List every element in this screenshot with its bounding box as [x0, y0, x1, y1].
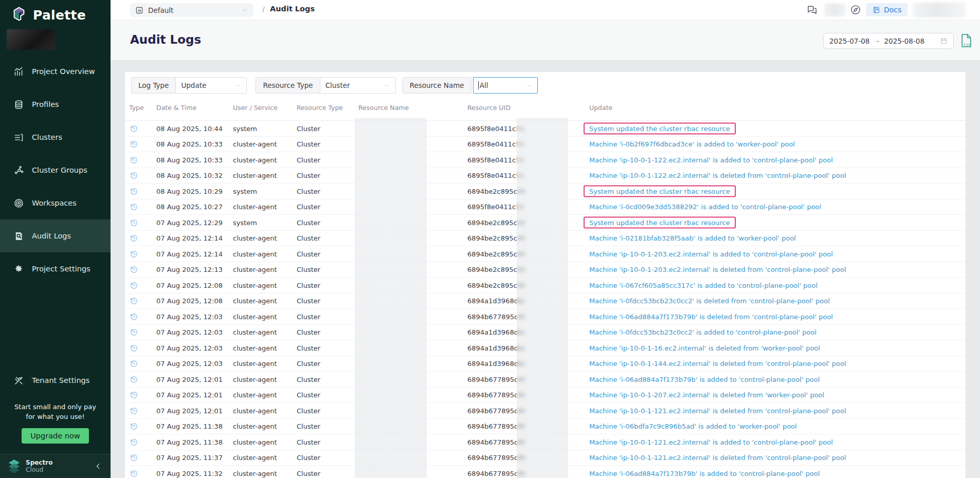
- cell-datetime: 07 Aug 2025, 11:32: [156, 469, 223, 477]
- history-icon[interactable]: [130, 328, 138, 337]
- filter-resource-name-value: All: [480, 81, 488, 89]
- sidebar-tenant-section: Tenant Settings: [0, 364, 111, 397]
- update-link[interactable]: Machine 'i-0fdcc53bcb23c0cc2' is added t…: [589, 328, 816, 336]
- update-link[interactable]: Machine 'ip-10-0-1-122.ec2.internal' is …: [589, 172, 846, 179]
- update-link[interactable]: Machine 'ip-10-0-1-207.ec2.internal' is …: [589, 391, 824, 399]
- history-icon[interactable]: [130, 155, 138, 164]
- sidebar-item-overview[interactable]: Project Overview: [0, 55, 111, 88]
- project-selector-value: Default: [148, 6, 173, 14]
- filter-log-type-value: Update: [181, 81, 206, 89]
- update-link[interactable]: Machine 'i-06ad884a7f173b79b' is added t…: [589, 469, 820, 477]
- csv-download-icon[interactable]: [959, 33, 973, 48]
- update-link[interactable]: Machine 'ip-10-0-1-122.ec2.internal' is …: [589, 156, 833, 163]
- cell-resource-type: Cluster: [297, 140, 320, 148]
- cell-datetime: 07 Aug 2025, 12:01: [156, 391, 223, 399]
- update-link[interactable]: Machine 'i-06ad884a7f173b79b' is deleted…: [589, 312, 833, 320]
- cell-resource-type: Cluster: [297, 234, 320, 242]
- update-link[interactable]: Machine 'i-06ad884a7f173b79b' is added t…: [589, 375, 820, 383]
- update-link[interactable]: Machine 'ip-10-0-1-203.ec2.internal' is …: [589, 250, 833, 258]
- sidebar-item-clusters[interactable]: Clusters: [0, 121, 111, 154]
- calendar-icon: [940, 37, 948, 45]
- history-icon[interactable]: [130, 453, 138, 462]
- cell-update: Machine 'i-0b2f697f6dbcad3ce' is added t…: [589, 140, 795, 148]
- sidebar-item-cluster-groups[interactable]: Cluster Groups: [0, 154, 111, 187]
- table-header: TypeDate & TimeUser / ServiceResource Ty…: [125, 104, 966, 116]
- cell-update: Machine 'ip-10-0-1-16.ec2.internal' is d…: [589, 344, 820, 352]
- update-link[interactable]: System updated the cluster rbac resource: [584, 216, 736, 228]
- brand-logo[interactable]: Palette: [10, 6, 86, 24]
- history-icon[interactable]: [130, 422, 138, 431]
- history-icon[interactable]: [130, 469, 138, 477]
- update-link[interactable]: Machine 'i-0fdcc53bcb23c0cc2' is deleted…: [589, 297, 830, 305]
- update-link[interactable]: System updated the cluster rbac resource: [584, 185, 736, 197]
- cell-resource-type: Cluster: [297, 156, 320, 163]
- palette-logo-icon: [10, 6, 28, 24]
- history-icon[interactable]: [130, 281, 138, 289]
- project-selector[interactable]: Default: [130, 3, 253, 17]
- sidebar-item-tenant-settings[interactable]: Tenant Settings: [0, 364, 111, 397]
- chat-icon[interactable]: [806, 4, 819, 16]
- chevron-down-icon: [234, 82, 241, 89]
- history-icon[interactable]: [130, 375, 138, 383]
- history-icon[interactable]: [130, 171, 138, 180]
- sidebar-item-profiles[interactable]: Profiles: [0, 88, 111, 121]
- cell-datetime: 07 Aug 2025, 12:14: [156, 234, 223, 242]
- history-icon[interactable]: [130, 203, 138, 211]
- sidebar-item-project-settings[interactable]: Project Settings: [0, 252, 111, 285]
- cell-update: Machine 'ip-10-0-1-121.ec2.internal' is …: [589, 454, 846, 462]
- footer-brand-line2: Cloud: [26, 466, 52, 473]
- history-icon[interactable]: [130, 187, 138, 195]
- cell-user-service: cluster-agent: [233, 203, 277, 211]
- update-link[interactable]: Machine 'ip-10-0-1-144.ec2.internal' is …: [589, 360, 846, 367]
- history-icon[interactable]: [130, 297, 138, 305]
- cell-update: Machine 'ip-10-0-1-203.ec2.internal' is …: [589, 266, 846, 273]
- update-link[interactable]: Machine 'i-06bdfa7c9c896b5ad' is added t…: [589, 422, 797, 430]
- history-icon[interactable]: [130, 140, 138, 149]
- date-to-value[interactable]: 2025-08-08: [884, 37, 924, 45]
- update-link[interactable]: Machine 'ip-10-0-1-121.ec2.internal' is …: [589, 438, 833, 446]
- text-cursor: [478, 81, 479, 89]
- history-icon[interactable]: [130, 359, 138, 368]
- audit-logs-icon: [13, 231, 24, 242]
- date-range-picker[interactable]: 2025-07-08 → 2025-08-08: [823, 33, 954, 49]
- cell-resource-type: Cluster: [297, 250, 320, 258]
- update-link[interactable]: Machine 'ip-10-0-1-203.ec2.internal' is …: [589, 266, 846, 273]
- date-from-value[interactable]: 2025-07-08: [829, 37, 869, 45]
- sidebar-item-label: Audit Logs: [32, 232, 71, 240]
- history-icon[interactable]: [130, 391, 138, 399]
- cell-resource-type: Cluster: [297, 407, 320, 414]
- brand-name: Palette: [33, 8, 86, 23]
- update-link[interactable]: Machine 'i-02181bfab328f5aab' is added t…: [589, 234, 796, 242]
- history-icon[interactable]: [130, 218, 138, 227]
- filter-log-type-select[interactable]: Update: [176, 78, 246, 93]
- update-link[interactable]: Machine 'ip-10-0-1-121.ec2.internal' is …: [589, 454, 846, 462]
- filter-resource-name-select[interactable]: All: [473, 77, 538, 94]
- history-icon[interactable]: [130, 343, 138, 352]
- filter-resource-type-select[interactable]: Cluster: [320, 78, 395, 93]
- update-link[interactable]: Machine 'ip-10-0-1-121.ec2.internal' is …: [589, 407, 846, 414]
- history-icon[interactable]: [130, 406, 138, 415]
- collapse-sidebar-icon[interactable]: [94, 462, 102, 470]
- history-icon[interactable]: [130, 124, 138, 133]
- cell-update: Machine 'ip-10-0-1-122.ec2.internal' is …: [589, 172, 846, 179]
- update-link[interactable]: Machine 'i-067cf605a85cc317c' is added t…: [589, 281, 818, 289]
- sidebar-item-audit-logs[interactable]: Audit Logs: [0, 219, 111, 252]
- update-link[interactable]: System updated the cluster rbac resource: [584, 122, 736, 134]
- sidebar-item-workspaces[interactable]: Workspaces: [0, 187, 111, 219]
- history-icon[interactable]: [130, 437, 138, 446]
- history-icon[interactable]: [130, 249, 138, 258]
- update-link[interactable]: Machine 'i-0cd009e3dd5388292' is added t…: [589, 203, 821, 211]
- upgrade-now-button[interactable]: Upgrade now: [22, 428, 89, 444]
- history-icon[interactable]: [130, 312, 138, 321]
- chevron-down-icon: [384, 82, 390, 89]
- history-icon[interactable]: [130, 265, 138, 274]
- history-icon[interactable]: [130, 234, 138, 243]
- update-link[interactable]: Machine 'i-0b2f697f6dbcad3ce' is added t…: [589, 140, 795, 148]
- compass-icon[interactable]: [850, 4, 861, 15]
- cell-resource-type: Cluster: [297, 328, 320, 336]
- filter-bar: Log Type Update Resource Type Cluster Re…: [131, 77, 538, 94]
- update-link[interactable]: Machine 'ip-10-0-1-16.ec2.internal' is d…: [589, 344, 820, 352]
- docs-button[interactable]: Docs: [866, 3, 908, 16]
- cell-resource-type: Cluster: [297, 124, 320, 132]
- spectro-cloud-logo-icon: [7, 459, 21, 474]
